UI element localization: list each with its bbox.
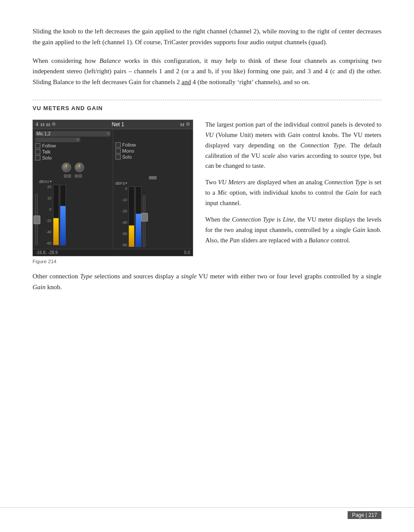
- dbvu-label: dBVU ▾: [39, 180, 52, 184]
- bp1-before: Other connection: [33, 273, 80, 280]
- ft3-balance: Balance: [309, 237, 329, 244]
- figure-text: The largest portion part of the individu…: [205, 120, 381, 264]
- ft3-is: is: [275, 216, 283, 223]
- knobs-row-left: [35, 163, 111, 172]
- vu-meter-bar-r1: [128, 186, 135, 247]
- bp1-after: selections and sources display a: [92, 273, 181, 280]
- source-dropdown-left[interactable]: Mic 1,2 ▽: [35, 131, 111, 137]
- vu-meters-left: [53, 185, 66, 245]
- ft3-gain: Gain: [353, 226, 365, 233]
- vu-scale-left: 20 10 0 -20 -40 -60: [42, 185, 52, 245]
- knob-left-2[interactable]: [75, 163, 84, 172]
- checkbox-label-talk-left: Talk: [42, 149, 51, 154]
- vu-meter-bar-2: [60, 185, 66, 245]
- channel-right: ▽ ▽ Follow: [113, 129, 193, 249]
- figure-text-p3: When the Connection Type is Line, the VU…: [205, 215, 381, 246]
- checkbox-label-solo-right: Solo: [122, 154, 132, 160]
- checkbox-talk-left[interactable]: Talk: [35, 149, 111, 154]
- fader-handle-left[interactable]: [33, 215, 40, 224]
- checkbox-solo-right[interactable]: Solo: [115, 154, 191, 160]
- panel-icons-left: ▮▮ ▮▮ ⚙: [40, 121, 56, 127]
- channel-left: Mic 1,2 ▽ ▽ Fol: [33, 129, 113, 249]
- checkbox-label-follow-right: Follow: [122, 142, 136, 147]
- bp1-after2: VU meter with either two or four level g…: [197, 273, 381, 280]
- ft3-after4: control.: [329, 237, 350, 244]
- vu-scale-right: 0 -10 -20 -40 -60 -80: [118, 186, 127, 247]
- ft1-gain: Gain: [288, 131, 300, 138]
- bp1-single: single: [181, 273, 197, 280]
- ft3-after3: sliders are replaced with a: [240, 237, 309, 244]
- page-footer: Page | 217: [0, 507, 414, 519]
- gear-icon-right: ⚙: [186, 121, 190, 127]
- fader-track-left[interactable]: [35, 193, 38, 245]
- vu-meters-right: [128, 186, 141, 247]
- vu-scale-right-container: dBFS ▾ 0 -10 -20 -40 -60 -80: [115, 181, 128, 247]
- footer-right-val: 0.0: [184, 250, 190, 255]
- ft1-before: The largest portion part of the individu…: [205, 121, 381, 128]
- p2-balance: Balance: [99, 57, 121, 64]
- bp1-type: Type: [80, 273, 92, 280]
- section-heading: VU METERS AND GAIN: [33, 105, 103, 111]
- vu-meter-bar-1: [53, 185, 59, 245]
- bp1-gain: Gain: [33, 284, 46, 290]
- dbfs-label: dBFS ▾: [115, 181, 128, 186]
- checkbox-icon-solo-left: [35, 155, 40, 160]
- checkbox-label-follow-left: Follow: [42, 143, 56, 148]
- checkbox-icon-solo-right: [115, 154, 121, 160]
- ft1-scale: scale: [263, 152, 276, 159]
- panel-body: Mic 1,2 ▽ ▽ Fol: [33, 129, 193, 249]
- panel-net1-name: Net 1: [112, 121, 125, 127]
- audio-panel: 4 ▮▮ ▮▮ ⚙ Net 1 ▮▮ ⚙: [33, 120, 193, 256]
- ft2-before: Two: [205, 179, 218, 186]
- checkbox-label-solo-left: Solo: [42, 155, 52, 160]
- ft2-ct: Connection Type: [324, 179, 367, 186]
- checkbox-mono-right[interactable]: Mono: [115, 148, 191, 153]
- p2-text-before: When considering how: [33, 57, 99, 64]
- vu-fader-right: dBFS ▾ 0 -10 -20 -40 -60 -80: [115, 181, 191, 247]
- sub-dropdown-left[interactable]: ▽: [35, 137, 80, 142]
- sub-dropdown-arrow: ▽: [76, 138, 79, 142]
- panel-icons-right: ▮▮ ⚙: [180, 121, 190, 127]
- gear-icon-left: ⚙: [52, 121, 56, 127]
- panel-title-left: 4 ▮▮ ▮▮ ⚙: [36, 121, 56, 127]
- vu-fader-left: dBVU ▾ 20 10 0 -20 -40 -60: [35, 180, 111, 245]
- checkbox-follow-right[interactable]: Follow: [115, 142, 191, 147]
- paragraph-1: Sliding the knob to the left decreases t…: [33, 26, 381, 48]
- source-name-left: Mic 1,2: [36, 131, 50, 136]
- vu-fill-yellow-1: [53, 218, 59, 245]
- figure-text-p2: Two VU Meters are displayed when an anal…: [205, 177, 381, 209]
- checkbox-icon-talk-left: [35, 149, 40, 154]
- knob-left-1[interactable]: [62, 163, 71, 172]
- bar-left-3: [75, 174, 78, 178]
- dropdown-arrow-left: ▽: [107, 132, 109, 136]
- ft3-line: Line: [283, 216, 294, 223]
- p2-end: 4 (the notionally ‘right’ channels), and…: [191, 78, 310, 85]
- figure-caption: Figure 214: [33, 259, 193, 264]
- bar-left-2: [68, 174, 71, 178]
- fader-track-right[interactable]: [143, 195, 145, 247]
- ft3-ct: Connection Type: [232, 216, 275, 223]
- checkbox-solo-left[interactable]: Solo: [35, 155, 111, 160]
- figure-area: 4 ▮▮ ▮▮ ⚙ Net 1 ▮▮ ⚙: [33, 120, 381, 264]
- fader-handle-right[interactable]: [141, 213, 148, 222]
- bottom-paragraph-1: Other connection Type selections and sou…: [33, 271, 381, 293]
- fader-right: [143, 186, 145, 247]
- vu-fill-yellow-r1: [129, 225, 134, 246]
- panel-footer: -16.8, -28.9 ​ 0.0: [33, 249, 193, 256]
- ft2-mic: Mic: [217, 189, 227, 196]
- p2-and: and: [181, 78, 191, 85]
- paragraph-2: When considering how Balance works in th…: [33, 55, 381, 88]
- ft3-before: When the: [205, 216, 232, 223]
- section-heading-wrapper: VU METERS AND GAIN: [33, 100, 381, 112]
- checkbox-label-mono-right: Mono: [122, 148, 135, 153]
- vu-scale-left-container: dBVU ▾ 20 10 0 -20 -40 -60: [39, 180, 52, 245]
- bp1-after3: knob.: [46, 284, 62, 290]
- panel-titlebar: 4 ▮▮ ▮▮ ⚙ Net 1 ▮▮ ⚙: [33, 120, 193, 129]
- knob-spacer-right: [115, 162, 191, 174]
- ft2-gain: Gain: [345, 189, 358, 196]
- checkbox-follow-left[interactable]: Follow: [35, 143, 111, 148]
- ft1-vu: VU: [205, 131, 214, 138]
- footer-right-area: ​ 0.0: [183, 250, 190, 255]
- fader-left: [35, 185, 38, 245]
- figure-text-p1: The largest portion part of the individu…: [205, 120, 381, 172]
